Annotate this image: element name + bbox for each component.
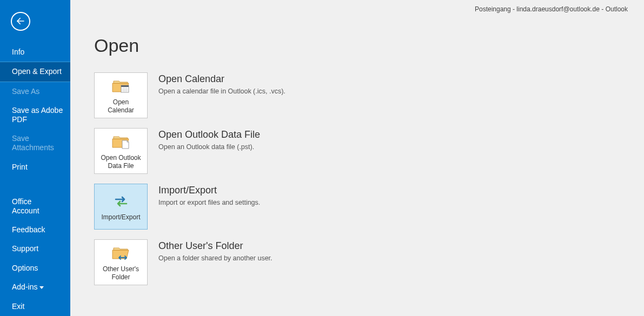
back-button[interactable] xyxy=(11,12,30,31)
nav-save-as: Save As xyxy=(0,82,70,102)
back-arrow-icon xyxy=(16,16,25,26)
other-users-folder-desc: Open a folder shared by another user. xyxy=(158,254,273,262)
open-calendar-button-label: OpenCalendar xyxy=(108,98,134,114)
folder-file-icon xyxy=(111,132,131,152)
nav-add-ins-label: Add-ins xyxy=(12,283,37,291)
nav-save-attachments: Save Attachments xyxy=(0,129,70,158)
import-export-icon xyxy=(112,192,130,211)
folder-calendar-icon xyxy=(111,77,131,96)
option-open-calendar: OpenCalendar Open Calendar Open a calend… xyxy=(94,72,644,118)
nav-info[interactable]: Info xyxy=(0,43,70,62)
open-outlook-data-file-button-label: Open OutlookData File xyxy=(101,154,141,170)
nav-office-account[interactable]: OfficeAccount xyxy=(0,192,70,220)
nav-feedback[interactable]: Feedback xyxy=(0,220,70,240)
import-export-title: Import/Export xyxy=(158,185,260,196)
backstage-sidebar: Info Open & Export Save As Save as Adobe… xyxy=(0,0,70,316)
open-outlook-data-file-desc: Open an Outlook data file (.pst). xyxy=(158,143,260,151)
nav-exit[interactable]: Exit xyxy=(0,297,70,316)
open-calendar-desc: Open a calendar file in Outlook (.ics, .… xyxy=(158,88,286,95)
nav-options[interactable]: Options xyxy=(0,259,70,278)
import-export-desc: Import or export files and settings. xyxy=(158,199,260,206)
page-title: Open xyxy=(94,35,644,56)
nav-add-ins[interactable]: Add-ins xyxy=(0,278,70,297)
nav-open-export[interactable]: Open & Export xyxy=(0,62,70,82)
nav-print[interactable]: Print xyxy=(0,158,70,177)
open-calendar-button[interactable]: OpenCalendar xyxy=(94,72,148,118)
option-other-users-folder: Other User'sFolder Other User's Folder O… xyxy=(94,239,644,285)
import-export-button-label: Import/Export xyxy=(101,213,140,221)
folder-share-icon xyxy=(111,244,131,263)
other-users-folder-title: Other User's Folder xyxy=(158,240,273,252)
option-open-data-file: Open OutlookData File Open Outlook Data … xyxy=(94,128,644,174)
open-outlook-data-file-title: Open Outlook Data File xyxy=(158,129,260,140)
main-content: Posteingang - linda.draeusdorf@outlook.d… xyxy=(70,0,644,316)
other-users-folder-button[interactable]: Other User'sFolder xyxy=(94,239,148,285)
nav-save-adobe-pdf[interactable]: Save as AdobePDF xyxy=(0,101,70,129)
chevron-down-icon xyxy=(39,286,44,289)
nav-support[interactable]: Support xyxy=(0,239,70,259)
other-users-folder-button-label: Other User'sFolder xyxy=(103,265,139,281)
import-export-button[interactable]: Import/Export xyxy=(94,184,148,230)
svg-rect-2 xyxy=(121,85,129,87)
window-title: Posteingang - linda.draeusdorf@outlook.d… xyxy=(475,5,628,13)
open-calendar-title: Open Calendar xyxy=(158,73,286,85)
option-import-export: Import/Export Import/Export Import or ex… xyxy=(94,184,644,230)
open-outlook-data-file-button[interactable]: Open OutlookData File xyxy=(94,128,148,174)
